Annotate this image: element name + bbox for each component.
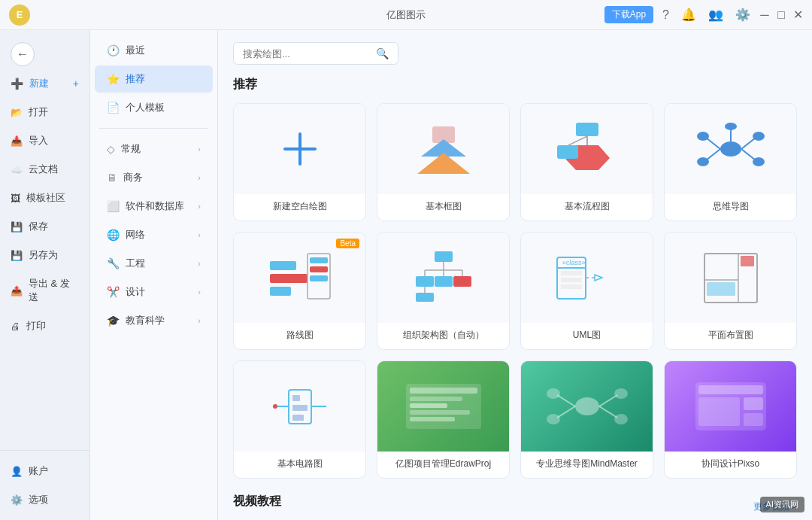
- svg-point-73: [614, 414, 628, 424]
- template-card-org-chart[interactable]: 组织架构图（自动）: [377, 232, 510, 350]
- export-icon: 📤: [11, 285, 23, 296]
- maximize-button[interactable]: □: [776, 10, 786, 20]
- help-icon-button[interactable]: ?: [659, 7, 672, 23]
- svg-point-20: [725, 123, 737, 130]
- template-label: 模板社区: [26, 191, 65, 205]
- sidebar-item-saveas[interactable]: 💾 另存为: [0, 241, 89, 269]
- sidebar-mid-network[interactable]: 🌐 网络 ›: [95, 221, 213, 248]
- svg-rect-64: [410, 417, 455, 421]
- svg-rect-9: [557, 145, 578, 159]
- sidebar-item-template[interactable]: 🖼 模板社区: [0, 184, 89, 212]
- sidebar-mid-general[interactable]: ◇ 常规 ›: [95, 135, 213, 163]
- education-icon: 🎓: [107, 315, 120, 327]
- sidebar-item-cloud[interactable]: ☁️ 云文档: [0, 155, 89, 184]
- search-input[interactable]: [243, 48, 376, 59]
- notification-icon-button[interactable]: 🔔: [678, 6, 699, 23]
- svg-rect-78: [744, 413, 763, 426]
- svg-rect-36: [453, 276, 471, 287]
- options-icon: ⚙️: [11, 494, 23, 506]
- network-icon: 🌐: [107, 229, 120, 241]
- template-card-floor-plan[interactable]: 平面布置图: [664, 232, 797, 350]
- svg-rect-58: [292, 415, 304, 421]
- close-button[interactable]: ✕: [792, 10, 803, 20]
- general-chevron-icon: ›: [198, 144, 201, 154]
- engineering-chevron-icon: ›: [198, 259, 201, 268]
- svg-rect-34: [416, 276, 434, 287]
- template-img-uml: «class»: [521, 233, 653, 323]
- back-button[interactable]: ←: [11, 42, 35, 66]
- svg-rect-51: [707, 282, 735, 296]
- design-label: 设计: [126, 285, 145, 299]
- sidebar-mid-engineering[interactable]: 🔧 工程 ›: [95, 250, 213, 277]
- saveas-icon: 💾: [11, 250, 23, 261]
- svg-rect-38: [416, 293, 434, 302]
- avatar-button[interactable]: E: [9, 5, 30, 26]
- svg-rect-61: [410, 397, 462, 401]
- business-icon: 🖥: [107, 172, 117, 184]
- sidebar-mid-design[interactable]: ✂️ 设计 ›: [95, 278, 213, 306]
- template-card-route-map[interactable]: Beta 路线图: [233, 232, 366, 350]
- sidebar-mid-recommend[interactable]: ⭐ 推荐: [95, 65, 213, 93]
- cloud-icon: ☁️: [11, 164, 23, 175]
- template-label-new-blank: 新建空白绘图: [273, 194, 327, 220]
- app-title: 亿图图示: [386, 8, 426, 22]
- svg-line-70: [599, 395, 617, 406]
- sidebar-mid-software[interactable]: ⬜ 软件和数据库 ›: [95, 193, 213, 220]
- template-card-basic-flowchart[interactable]: 基本流程图: [520, 103, 653, 221]
- svg-point-71: [614, 388, 628, 399]
- svg-line-11: [706, 138, 720, 149]
- svg-rect-26: [310, 266, 328, 272]
- svg-rect-44: [561, 284, 582, 289]
- open-label: 打开: [29, 105, 48, 119]
- sidebar-mid-business[interactable]: 🖥 商务 ›: [95, 164, 213, 191]
- download-app-button[interactable]: 下载App: [604, 6, 653, 23]
- education-label: 教育科学: [126, 314, 165, 327]
- svg-point-55: [273, 404, 277, 409]
- network-label: 网络: [126, 228, 145, 242]
- svg-line-13: [706, 149, 720, 160]
- promo-placeholder-edrawproj: [377, 361, 509, 452]
- sidebar-item-save[interactable]: 💾 保存: [0, 212, 89, 241]
- template-card-uml[interactable]: «class» UML图: [520, 232, 653, 350]
- search-bar[interactable]: 🔍: [233, 42, 398, 65]
- template-card-circuit[interactable]: 基本电路图: [233, 360, 366, 479]
- template-card-new-blank[interactable]: 新建空白绘图: [233, 103, 366, 221]
- sidebar-item-print[interactable]: 🖨 打印: [0, 312, 89, 340]
- main-content: 🔍 推荐 新建空白绘图: [218, 30, 812, 520]
- svg-rect-77: [744, 397, 763, 410]
- sidebar-mid-recent[interactable]: 🕐 最近: [95, 37, 213, 64]
- template-card-mindmaster[interactable]: 产品推荐: [520, 360, 653, 479]
- sidebar-item-export[interactable]: 📤 导出 & 发送: [0, 269, 89, 312]
- svg-point-14: [697, 157, 709, 166]
- sidebar-divider: [99, 128, 208, 129]
- sidebar-mid-personal[interactable]: 📄 个人模板: [95, 94, 213, 121]
- template-card-pixso[interactable]: 产品推荐 协同设计Pixso: [664, 360, 797, 479]
- template-card-edrawproj[interactable]: 产品推荐 亿图项目管理EdrawProj: [377, 360, 510, 479]
- template-label-mindmap: 思维导图: [713, 194, 749, 220]
- sidebar-mid-education[interactable]: 🎓 教育科学 ›: [95, 307, 213, 334]
- import-icon: 📥: [11, 135, 23, 147]
- sidebar-item-account[interactable]: 👤 账户: [0, 457, 89, 485]
- template-img-mindmap: [665, 104, 796, 194]
- recommend-icon: ⭐: [107, 73, 120, 85]
- sidebar-item-new[interactable]: ➕ 新建 +: [0, 69, 89, 98]
- sidebar-item-import[interactable]: 📥 导入: [0, 126, 89, 155]
- template-label-org-chart: 组织架构图（自动）: [403, 323, 484, 349]
- minimize-button[interactable]: ─: [759, 10, 770, 20]
- share-icon-button[interactable]: 👥: [705, 6, 726, 23]
- svg-line-8: [568, 136, 587, 145]
- titlebar: E 亿图图示 下载App ? 🔔 👥 ⚙️ ─ □ ✕: [0, 0, 812, 30]
- sidebar-item-options[interactable]: ⚙️ 选项: [0, 485, 89, 514]
- svg-rect-56: [292, 395, 300, 401]
- template-card-basic-wireframe[interactable]: 基本框图: [377, 103, 510, 221]
- sidebar-item-open[interactable]: 📂 打开: [0, 98, 89, 126]
- engineering-icon: 🔧: [107, 257, 120, 269]
- settings-icon-button[interactable]: ⚙️: [732, 6, 753, 23]
- promo-placeholder-mindmaster: [521, 361, 653, 452]
- template-img-edrawproj: [377, 361, 509, 452]
- svg-point-67: [547, 388, 560, 399]
- template-card-mindmap[interactable]: 思维导图: [664, 103, 797, 221]
- business-chevron-icon: ›: [198, 173, 201, 182]
- svg-rect-57: [292, 405, 308, 411]
- sidebar-mid: 🕐 最近 ⭐ 推荐 📄 个人模板 ◇ 常规 › �: [90, 30, 218, 520]
